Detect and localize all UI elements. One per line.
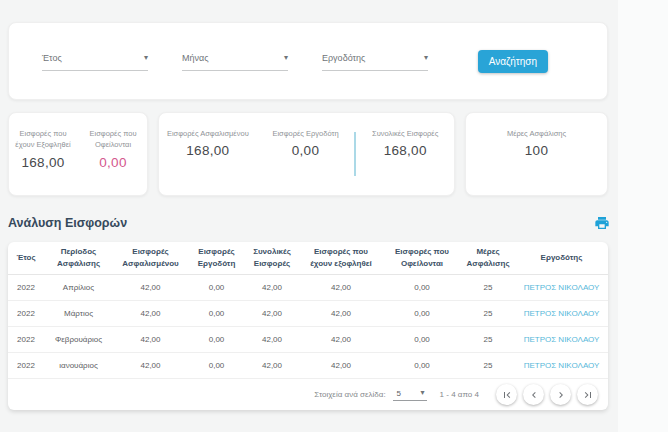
cell-days: 25 xyxy=(461,335,515,344)
employer-link[interactable]: ΠΕΤΡΟΣ ΝΙΚΟΛΑΟΥ xyxy=(515,335,608,344)
last-page-icon xyxy=(582,389,594,401)
stat-value: 0,00 xyxy=(257,143,355,158)
stat-value: 168,00 xyxy=(12,155,74,170)
cell-period: Μάρτιος xyxy=(44,309,113,318)
first-page-button[interactable] xyxy=(496,384,517,405)
stat-insured-contrib: Εισφορές Ασφαλισμένου 168,00 xyxy=(159,128,257,158)
section-header: Ανάλυση Εισφορών xyxy=(8,212,612,234)
cell-paid: 42,00 xyxy=(299,283,383,292)
table-row: 2022 Απρίλιος 42,00 0,00 42,00 42,00 0,0… xyxy=(8,275,608,301)
employer-link[interactable]: ΠΕΤΡΟΣ ΝΙΚΟΛΑΟΥ xyxy=(515,283,608,292)
stat-label: Εισφορές Ασφαλισμένου xyxy=(159,128,257,139)
employer-link[interactable]: ΠΕΤΡΟΣ ΝΙΚΟΛΑΟΥ xyxy=(515,361,608,370)
col-header-insured-contrib: Εισφορές Ασφαλισμένου xyxy=(113,246,188,270)
table-paginator: Στοιχεία ανά σελίδα: 5 ▾ 1 - 4 απο 4 xyxy=(8,379,608,410)
cell-employer-contrib: 0,00 xyxy=(188,335,245,344)
chevron-left-icon xyxy=(528,389,540,401)
cell-insured-contrib: 42,00 xyxy=(113,309,188,318)
cell-paid: 42,00 xyxy=(299,335,383,344)
stat-value: 0,00 xyxy=(82,155,144,170)
stat-label: Εισφορές που Οφείλονται xyxy=(82,128,144,151)
year-select-underline xyxy=(42,70,148,71)
col-header-owed: Εισφορές που Οφείλονται xyxy=(383,246,461,270)
employer-select-underline xyxy=(322,70,428,71)
page-title: Ανάλυση Εισφορών xyxy=(8,216,127,230)
cell-owed: 0,00 xyxy=(383,335,461,344)
search-button[interactable]: Αναζήτηση xyxy=(478,50,548,73)
cell-paid: 42,00 xyxy=(299,309,383,318)
stat-value: 168,00 xyxy=(356,143,454,158)
cell-year: 2022 xyxy=(8,361,44,370)
month-select[interactable]: Μήνας ▾ xyxy=(182,53,288,71)
cell-days: 25 xyxy=(461,309,515,318)
filter-bar: Έτος ▾ Μήνας ▾ Εργοδότης ▾ Αναζήτηση xyxy=(8,22,608,100)
contributions-card: Εισφορές Ασφαλισμένου 168,00 Εισφορές Ερ… xyxy=(158,112,455,196)
employer-select-label: Εργοδότης xyxy=(322,53,365,63)
col-header-year: Έτος xyxy=(8,252,44,264)
cell-paid: 42,00 xyxy=(299,361,383,370)
print-button[interactable] xyxy=(592,213,612,233)
table-header-row: Έτος Περίοδος Ασφάλισης Εισφορές Ασφαλισ… xyxy=(8,242,608,275)
paid-owed-card: Εισφορές που έχουν Εξοφληθεί 168,00 Εισφ… xyxy=(8,112,148,196)
cell-owed: 0,00 xyxy=(383,283,461,292)
chevron-down-icon: ▾ xyxy=(284,54,288,62)
cell-total-contrib: 42,00 xyxy=(245,283,299,292)
summary-cards: Εισφορές που έχουν Εξοφληθεί 168,00 Εισφ… xyxy=(8,112,608,196)
previous-page-button[interactable] xyxy=(523,384,544,405)
cell-insured-contrib: 42,00 xyxy=(113,335,188,344)
stat-label: Μέρες Ασφάλισης xyxy=(497,128,577,139)
cell-insured-contrib: 42,00 xyxy=(113,283,188,292)
stat-days: Μέρες Ασφάλισης 100 xyxy=(497,128,577,158)
cell-days: 25 xyxy=(461,283,515,292)
printer-icon xyxy=(594,215,610,231)
year-select-label: Έτος xyxy=(42,53,62,63)
pager-buttons xyxy=(496,384,598,405)
cell-year: 2022 xyxy=(8,309,44,318)
col-header-days: Μέρες Ασφάλισης xyxy=(461,246,515,270)
page-size-value: 5 xyxy=(397,389,401,398)
main-content: Έτος ▾ Μήνας ▾ Εργοδότης ▾ Αναζήτηση Εισ… xyxy=(0,0,618,410)
col-header-paid: Εισφορές που έχουν εξοφληθεί xyxy=(299,246,383,270)
stat-owed: Εισφορές που Οφείλονται 0,00 xyxy=(82,128,144,170)
stat-total-contrib: Συνολικές Εισφορές 168,00 xyxy=(356,128,454,158)
page-size-select[interactable]: 5 ▾ xyxy=(393,389,427,401)
col-header-total-contrib: Συνολικές Εισφορές xyxy=(245,246,299,270)
year-select[interactable]: Έτος ▾ xyxy=(42,53,148,71)
cell-owed: 0,00 xyxy=(383,361,461,370)
col-header-period: Περίοδος Ασφάλισης xyxy=(44,246,113,270)
stat-employer-contrib: Εισφορές Εργοδότη 0,00 xyxy=(257,128,355,158)
col-header-employer: Εργοδότης xyxy=(515,252,608,264)
cell-total-contrib: 42,00 xyxy=(245,335,299,344)
page-size-label: Στοιχεία ανά σελίδα: xyxy=(314,390,385,399)
table-row: 2022 Φεβρουάριος 42,00 0,00 42,00 42,00 … xyxy=(8,327,608,353)
cell-total-contrib: 42,00 xyxy=(245,309,299,318)
chevron-down-icon: ▾ xyxy=(421,389,425,397)
first-page-icon xyxy=(501,389,513,401)
page-size-control: Στοιχεία ανά σελίδα: 5 ▾ xyxy=(314,389,426,401)
cell-total-contrib: 42,00 xyxy=(245,361,299,370)
cell-year: 2022 xyxy=(8,283,44,292)
stat-value: 100 xyxy=(497,143,577,158)
contributions-table: Έτος Περίοδος Ασφάλισης Εισφορές Ασφαλισ… xyxy=(8,242,608,410)
cell-period: Απρίλιος xyxy=(44,283,113,292)
next-page-button[interactable] xyxy=(550,384,571,405)
chevron-right-icon xyxy=(555,389,567,401)
cell-period: Φεβρουάριος xyxy=(44,335,113,344)
month-select-label: Μήνας xyxy=(182,53,209,63)
cell-employer-contrib: 0,00 xyxy=(188,309,245,318)
chevron-down-icon: ▾ xyxy=(424,54,428,62)
cell-year: 2022 xyxy=(8,335,44,344)
table-row: 2022 ιανουάριος 42,00 0,00 42,00 42,00 0… xyxy=(8,353,608,379)
cell-owed: 0,00 xyxy=(383,309,461,318)
cell-period: ιανουάριος xyxy=(44,361,113,370)
insurance-days-card: Μέρες Ασφάλισης 100 xyxy=(465,112,608,196)
table-row: 2022 Μάρτιος 42,00 0,00 42,00 42,00 0,00… xyxy=(8,301,608,327)
page-gutter xyxy=(618,0,668,432)
stat-paid: Εισφορές που έχουν Εξοφληθεί 168,00 xyxy=(12,128,74,170)
employer-select[interactable]: Εργοδότης ▾ xyxy=(322,53,428,71)
stat-label: Εισφορές που έχουν Εξοφληθεί xyxy=(12,128,74,151)
col-header-employer-contrib: Εισφορές Εργοδότη xyxy=(188,246,245,270)
employer-link[interactable]: ΠΕΤΡΟΣ ΝΙΚΟΛΑΟΥ xyxy=(515,309,608,318)
last-page-button[interactable] xyxy=(577,384,598,405)
month-select-underline xyxy=(182,70,288,71)
